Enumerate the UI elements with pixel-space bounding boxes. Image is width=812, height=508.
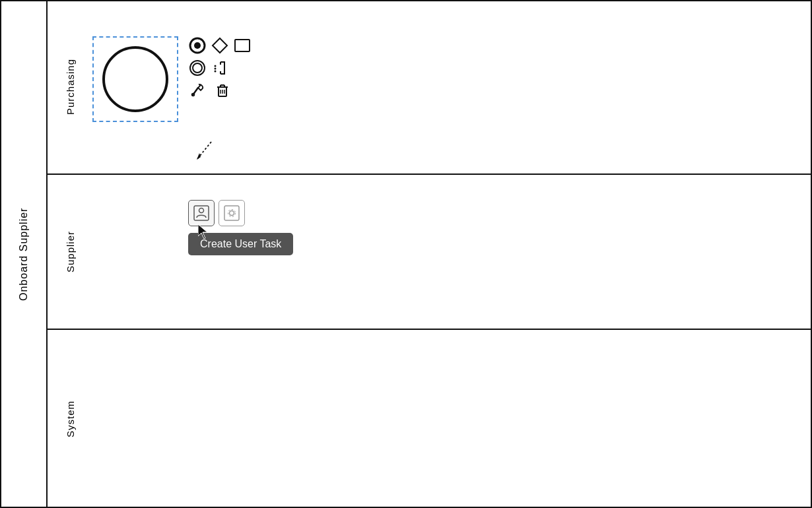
svg-marker-2	[213, 38, 227, 53]
svg-point-6	[215, 65, 217, 67]
task-icon-buttons-row	[188, 200, 245, 226]
tooltip-create-user-task: Create User Task	[188, 233, 293, 255]
svg-marker-20	[197, 153, 201, 160]
trash-icon[interactable]	[213, 81, 232, 100]
lane-purchasing-label: Purchasing	[46, 0, 92, 174]
lane-system: System	[46, 330, 812, 508]
svg-point-24	[230, 211, 234, 216]
svg-rect-23	[224, 206, 239, 220]
svg-point-8	[215, 71, 217, 73]
lane-supplier-label: Supplier	[46, 175, 92, 329]
toolbar-row2	[188, 59, 252, 77]
svg-point-5	[193, 63, 202, 73]
outer-lane-label: Onboard Supplier	[0, 0, 46, 508]
context-toolbar	[188, 36, 252, 100]
svg-marker-26	[198, 224, 207, 239]
selected-start-event[interactable]	[92, 36, 178, 122]
mouse-cursor	[198, 224, 210, 242]
toolbar-intermediate-event[interactable]	[188, 59, 207, 77]
lane-supplier: Supplier	[46, 175, 812, 330]
toolbar-task-circle[interactable]	[188, 36, 207, 55]
svg-point-1	[194, 42, 201, 49]
toolbar-expand-icon[interactable]	[211, 59, 229, 77]
main-canvas: Onboard Supplier Purchasing	[0, 0, 812, 508]
create-service-task-button[interactable]	[219, 200, 245, 226]
toolbar-actions-row	[188, 81, 252, 100]
create-user-task-button[interactable]	[188, 200, 215, 226]
svg-point-7	[215, 68, 217, 70]
toolbar-shapes-row	[188, 36, 252, 55]
svg-rect-3	[235, 40, 250, 51]
toolbar-task-rect[interactable]	[233, 36, 252, 55]
start-event-circle	[102, 46, 168, 112]
lanes-container: Purchasing	[46, 0, 812, 508]
lane-system-label: System	[46, 330, 92, 508]
sequence-flow-arrow	[191, 139, 218, 168]
toolbar-gateway-diamond[interactable]	[211, 36, 229, 55]
lane-purchasing: Purchasing	[46, 0, 812, 175]
svg-point-22	[199, 208, 204, 213]
wrench-icon[interactable]	[188, 81, 207, 100]
